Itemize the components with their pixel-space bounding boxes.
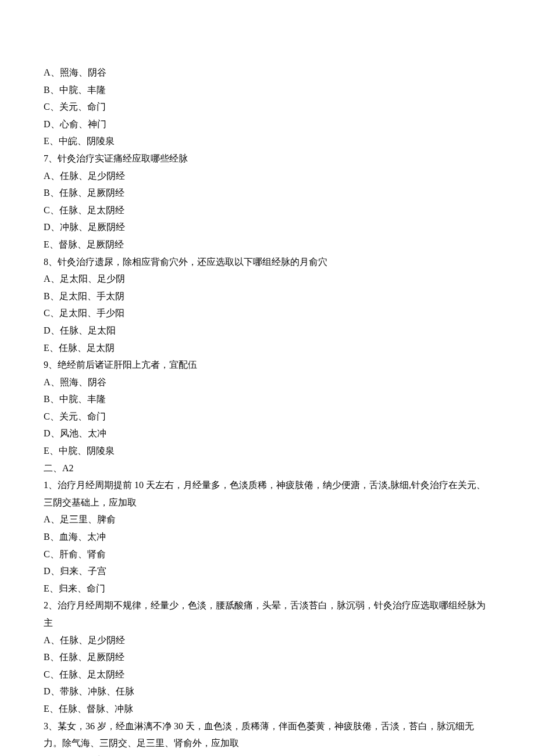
document-body: A、照海、阴谷B、中脘、丰隆C、关元、命门D、心俞、神门E、中皖、阴陵泉7、针灸… [44, 64, 491, 756]
text-line: B、血海、太冲 [44, 528, 491, 546]
text-line: 7、针灸治疗实证痛经应取哪些经脉 [44, 150, 491, 167]
text-line: A、肾俞、命门 [44, 752, 491, 756]
text-line: D、风池、太冲 [44, 425, 491, 442]
text-line: 8、针灸治疗遗尿，除相应背俞穴外，还应选取以下哪组经脉的月俞穴 [44, 253, 491, 271]
text-line: C、肝俞、肾俞 [44, 546, 491, 563]
text-line: E、督脉、足厥阴经 [44, 236, 491, 253]
text-line: 3、某女，36 岁，经血淋漓不净 30 天，血色淡，质稀薄，伴面色萎黄，神疲肢倦… [44, 718, 491, 752]
text-line: D、任脉、足太阳 [44, 322, 491, 339]
text-line: B、任脉、足厥阴经 [44, 184, 491, 202]
text-line: D、冲脉、足厥阴经 [44, 218, 491, 236]
text-line: D、归来、子宫 [44, 562, 491, 580]
text-line: B、中脘、丰隆 [44, 390, 491, 408]
text-line: A、任脉、足少阴经 [44, 632, 491, 649]
text-line: 二、A2 [44, 460, 491, 477]
text-line: A、足太阳、足少阴 [44, 270, 491, 288]
text-line: C、任脉、足太阴经 [44, 666, 491, 683]
text-line: A、照海、阴谷 [44, 64, 491, 81]
text-line: 1、治疗月经周期提前 10 天左右，月经量多，色淡质稀，神疲肢倦，纳少便溏，舌淡… [44, 476, 491, 511]
text-line: C、关元、命门 [44, 98, 491, 116]
text-line: A、足三里、脾俞 [44, 511, 491, 528]
text-line: E、中脘、阴陵泉 [44, 442, 491, 460]
text-line: D、心俞、神门 [44, 116, 491, 133]
text-line: D、带脉、冲脉、任脉 [44, 683, 491, 700]
text-line: 2、治疗月经周期不规律，经量少，色淡，腰舐酸痛，头晕，舌淡苔白，脉沉弱，针灸治疗… [44, 597, 491, 631]
text-line: 9、绝经前后诸证肝阳上亢者，宜配伍 [44, 356, 491, 374]
text-line: A、任脉、足少阴经 [44, 167, 491, 185]
text-line: C、关元、命门 [44, 408, 491, 425]
text-line: E、任脉、督脉、冲脉 [44, 700, 491, 718]
text-line: A、照海、阴谷 [44, 374, 491, 391]
text-line: E、任脉、足太阴 [44, 339, 491, 357]
text-line: E、归来、命门 [44, 580, 491, 597]
text-line: B、中脘、丰隆 [44, 81, 491, 99]
text-line: B、足太阳、手太阴 [44, 288, 491, 305]
text-line: C、足太阳、手少阳 [44, 304, 491, 322]
text-line: C、任脉、足太阴经 [44, 202, 491, 219]
text-line: B、任脉、足厥阴经 [44, 648, 491, 666]
text-line: E、中皖、阴陵泉 [44, 132, 491, 150]
